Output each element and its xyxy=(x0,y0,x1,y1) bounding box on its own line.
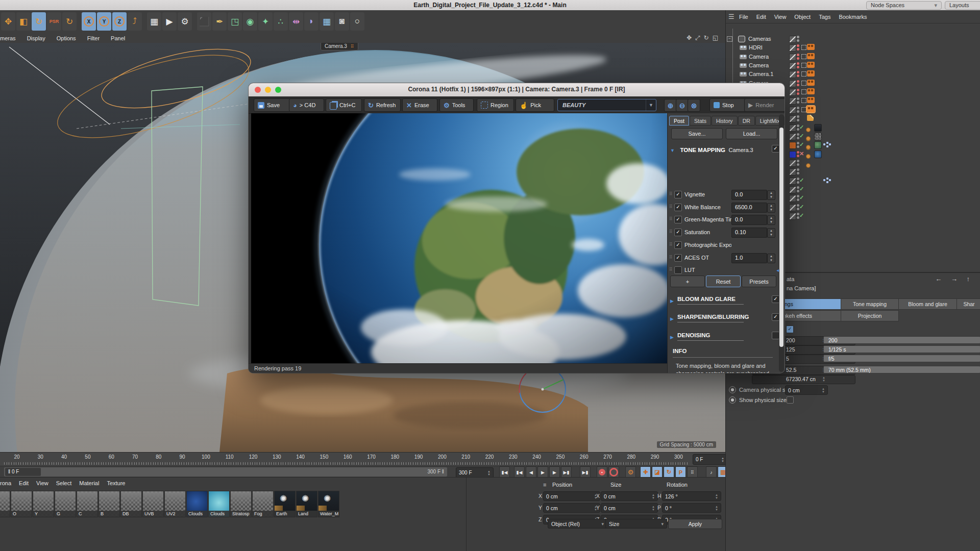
axis-y-icon[interactable]: Y xyxy=(97,12,111,31)
move-tool-icon[interactable]: ✥ xyxy=(1,12,15,31)
visibility-dots-icon[interactable] xyxy=(797,115,799,121)
edit-toggle-icon[interactable] xyxy=(789,115,796,122)
edit-toggle-icon[interactable] xyxy=(789,186,796,193)
drag-handle-icon[interactable]: ⠿ xyxy=(669,216,672,221)
edit-toggle-icon[interactable] xyxy=(789,54,796,61)
corona-tab-post[interactable]: Post xyxy=(669,116,689,126)
axis-x-icon[interactable]: X xyxy=(82,12,96,31)
keying-selection-button[interactable]: ⠿ xyxy=(687,466,698,478)
edit-toggle-icon[interactable] xyxy=(789,71,796,78)
param-value-field[interactable]: 0.0 xyxy=(731,190,767,200)
modifier-icon[interactable]: ◉ xyxy=(243,12,257,31)
load-settings-button[interactable]: Load... xyxy=(726,128,777,139)
visibility-dots-icon[interactable] xyxy=(797,71,799,77)
coord-field-rh[interactable]: 126 °▲▼ xyxy=(662,491,721,501)
coord-field-px[interactable]: 0 cm▲▼ xyxy=(543,491,600,501)
slider-field[interactable]: f/5 xyxy=(823,355,980,362)
edit-toggle-icon[interactable] xyxy=(789,97,796,105)
next-key-button[interactable]: ▶▮ xyxy=(561,466,572,478)
viewport-menu-panel[interactable]: Panel xyxy=(111,35,125,41)
camera-tag-icon[interactable] xyxy=(807,44,815,50)
pen-spline-icon[interactable]: ✒ xyxy=(212,12,227,31)
visibility-dots-icon[interactable] xyxy=(797,97,799,104)
coord-field-sy[interactable]: 0 cm▲▼ xyxy=(601,503,658,513)
go-to-start-button[interactable]: ▮◀ xyxy=(499,466,510,478)
record-keyframe-button[interactable]: • xyxy=(597,466,607,478)
table-row[interactable]: Camera xyxy=(726,61,980,70)
coord-field-py[interactable]: 0 cm▲▼ xyxy=(543,503,600,513)
play-button[interactable]: ▶ xyxy=(537,466,548,478)
corona-titlebar[interactable]: Corona 11 (Hotfix 1) | 1596×897px (1:1) … xyxy=(249,83,785,97)
om-menu-file[interactable]: File xyxy=(739,14,748,20)
mat-menu-edit[interactable]: Edit xyxy=(19,480,29,486)
am-tab-projection[interactable]: Projection xyxy=(841,310,899,321)
viewport-menu-display[interactable]: Display xyxy=(27,35,45,41)
om-menu-edit[interactable]: Edit xyxy=(756,14,766,20)
drag-handle-icon[interactable]: ⠿ xyxy=(669,242,672,247)
material-thumbnail[interactable]: Clouds xyxy=(186,491,208,517)
show-physical-size-radio[interactable] xyxy=(729,396,736,404)
keyframe-settings-button[interactable]: ⚙ xyxy=(625,466,636,478)
prev-frame-button[interactable]: ◀ xyxy=(526,466,536,478)
drag-handle-icon[interactable]: ⠿ xyxy=(669,204,672,209)
edit-toggle-icon[interactable] xyxy=(789,107,796,114)
record-rotation-toggle[interactable]: ↻ xyxy=(664,466,674,478)
om-menu-view[interactable]: View xyxy=(774,14,787,20)
edit-toggle-icon[interactable] xyxy=(789,133,796,140)
coord-field-sx[interactable]: 0 cm▲▼ xyxy=(601,491,658,501)
annotation-tag-icon[interactable] xyxy=(807,115,814,121)
node-spaces-dropdown[interactable]: Node Spaces ▾ xyxy=(866,1,942,10)
table-row[interactable]: Camera xyxy=(726,53,980,61)
tools-button[interactable]: ⚙Tools xyxy=(439,98,474,112)
playhead-chip[interactable]: ‖ 0 F xyxy=(5,468,41,476)
light-icon[interactable]: ○ xyxy=(350,12,364,31)
go-to-end-button[interactable]: ▶▮ xyxy=(580,466,591,478)
stepper-icon[interactable]: ▲▼ xyxy=(822,387,825,393)
visibility-dots-icon[interactable] xyxy=(797,62,799,68)
mat-menu-texture[interactable]: Texture xyxy=(107,480,125,486)
corona-tab-stats[interactable]: Stats xyxy=(690,116,711,126)
param-value-field[interactable]: 6500.0 xyxy=(731,203,767,213)
region-button[interactable]: Region xyxy=(477,98,514,112)
prev-key-button[interactable]: ▮◀ xyxy=(514,466,525,478)
param-value-field[interactable]: 1.0 xyxy=(731,253,767,263)
render-picture-icon[interactable]: ▶ xyxy=(162,12,177,31)
tone-mapping-checkbox[interactable]: ✓ xyxy=(772,145,779,153)
material-thumbnail[interactable]: Earth xyxy=(274,491,296,517)
material-thumbnail[interactable]: Land xyxy=(296,491,317,517)
visibility-dots-icon[interactable] xyxy=(797,89,799,95)
param-checkbox[interactable]: ✓ xyxy=(674,191,682,198)
param-checkbox[interactable]: ✓ xyxy=(674,241,682,249)
stepper-icon[interactable]: ▲▼ xyxy=(767,215,775,225)
edit-toggle-icon[interactable] xyxy=(789,178,796,185)
symmetry-icon[interactable]: ⇹ xyxy=(289,12,303,31)
table-row[interactable]: HDRI xyxy=(726,43,980,52)
stepper-icon[interactable]: ▲▼ xyxy=(767,228,775,238)
toggle-view-icon[interactable]: ◱ xyxy=(713,34,718,41)
drag-handle-icon[interactable]: ⠿ xyxy=(669,255,672,260)
pick-button[interactable]: ☝Pick xyxy=(516,98,554,112)
material-thumbnail[interactable]: Y xyxy=(33,491,54,517)
texture-tag-icon[interactable] xyxy=(814,133,822,140)
visibility-dots-icon[interactable] xyxy=(797,44,799,51)
table-row[interactable]: −Cameras xyxy=(726,35,980,43)
am-tab-bloom-and-glare[interactable]: Bloom and glare xyxy=(898,298,957,310)
xpresso-tag-icon[interactable] xyxy=(823,142,831,147)
coord-field-rp[interactable]: 0 °▲▼ xyxy=(662,503,721,513)
edit-toggle-icon[interactable] xyxy=(789,36,796,43)
tone-mapping-header[interactable]: ▼ TONE MAPPING Camera.3 ✓ xyxy=(670,145,781,153)
material-tag-icon[interactable] xyxy=(806,152,813,156)
add-operator-button[interactable]: + xyxy=(670,276,705,287)
camera-tag-icon[interactable] xyxy=(807,80,815,86)
layouts-button[interactable]: Layouts xyxy=(945,1,980,10)
hamburger-icon[interactable]: ≡ xyxy=(543,482,546,488)
section-sharpening-blurring[interactable]: ▶SHARPENING/BLURRING✓ xyxy=(670,313,781,322)
texture-tag-icon[interactable] xyxy=(814,124,822,132)
sound-toggle[interactable]: ♪ xyxy=(706,466,717,478)
texture-tag-icon[interactable] xyxy=(814,151,822,158)
material-thumbnail[interactable] xyxy=(0,491,10,517)
expand-icon[interactable]: − xyxy=(727,36,732,42)
camera-tag-icon[interactable] xyxy=(807,62,815,68)
camera-tag-icon[interactable] xyxy=(807,97,815,103)
viewport-menu-cameras[interactable]: Cameras xyxy=(0,35,16,41)
